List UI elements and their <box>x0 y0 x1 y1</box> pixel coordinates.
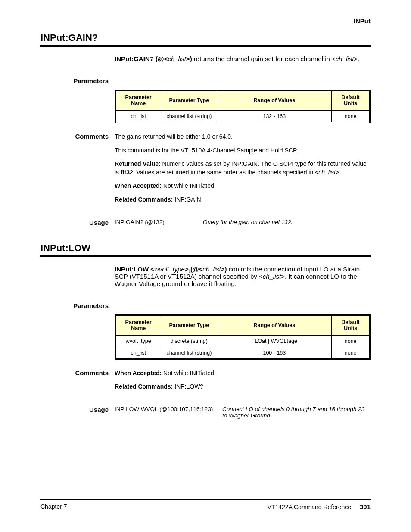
label-parameters: Parameters <box>40 77 115 84</box>
comment-line: Related Commands: INP:GAIN <box>115 196 371 204</box>
usage-code: INP:GAIN? (@132) <box>115 219 203 225</box>
comment-line: Returned Value: Numeric values as set by… <box>115 160 371 177</box>
footer-doc-title: VT1422A Command Reference <box>268 504 352 510</box>
usage-line: INP:GAIN? (@132) Query for the gain on c… <box>115 219 371 225</box>
footer-right: VT1422A Command Reference 301 <box>268 503 371 510</box>
comments-gain: The gains returned will be either 1.0 or… <box>115 133 371 209</box>
comment-line: The gains returned will be either 1.0 or… <box>115 133 371 141</box>
page-header-right: INPut <box>40 17 371 25</box>
comment-line: When Accepted: Not while INITiated. <box>115 369 371 378</box>
cell: none <box>332 110 370 123</box>
page-footer: Chapter 7 VT1422A Command Reference 301 <box>40 499 371 510</box>
cell: channel list (string) <box>161 110 217 123</box>
syntax-param: ch_list <box>168 55 186 62</box>
table-row: wvolt_type discrete (string) FLOat | WVO… <box>115 335 370 347</box>
table-row: ch_list channel list (string) 132 - 163 … <box>115 110 370 123</box>
col-header: Range of Values <box>217 315 332 335</box>
label-comments: Comments <box>40 369 115 396</box>
comment-line: Related Commands: INP:LOW? <box>115 383 371 391</box>
col-header: Range of Values <box>217 90 332 111</box>
comment-line: This command is for the VT1510A 4-Channe… <box>115 146 371 155</box>
page-number: 301 <box>360 503 371 510</box>
col-header: Default Units <box>332 315 370 335</box>
col-header: Parameter Type <box>161 315 217 335</box>
label-usage: Usage <box>40 406 115 421</box>
syntax-low: INPut:LOW <wvolt_type>,(@<ch_list>) cont… <box>115 265 371 287</box>
table-row: Parameter Name Parameter Type Range of V… <box>115 315 370 335</box>
syntax-text: >) <box>186 55 192 62</box>
parameters-table-gain: Parameter Name Parameter Type Range of V… <box>115 90 371 123</box>
table-row: Parameter Name Parameter Type Range of V… <box>115 90 370 111</box>
section-rule <box>40 255 371 257</box>
table-row: ch_list channel list (string) 100 - 163 … <box>115 347 370 359</box>
cell: discrete (string) <box>161 335 217 347</box>
cell: ch_list <box>115 347 161 359</box>
cell: wvolt_type <box>115 335 161 347</box>
usage-desc: Connect LO of channels 0 through 7 and 1… <box>222 406 371 419</box>
cell: ch_list <box>115 110 161 123</box>
section-rule <box>40 45 371 47</box>
label-usage: Usage <box>40 219 115 228</box>
section-title-gain: INPut:GAIN? <box>40 32 371 44</box>
cell: none <box>332 347 370 359</box>
syntax-gain: INPut:GAIN? (@<ch_list>) returns the cha… <box>115 55 371 62</box>
usage-desc: Query for the gain on channel 132. <box>203 219 293 225</box>
col-header: Parameter Type <box>161 90 217 111</box>
label-parameters: Parameters <box>40 302 115 309</box>
side-blank <box>40 55 115 62</box>
col-header: Default Units <box>332 90 370 111</box>
cell: none <box>332 335 370 347</box>
cell: 132 - 163 <box>217 110 332 123</box>
col-header: Parameter Name <box>115 315 161 335</box>
comment-line: When Accepted: Not while INITiated. <box>115 182 371 190</box>
label-comments: Comments <box>40 133 115 209</box>
cell: FLOat | WVOLtage <box>217 335 332 347</box>
footer-left: Chapter 7 <box>40 503 67 510</box>
usage-line: INP:LOW WVOL,(@100:107,116:123) Connect … <box>115 406 371 419</box>
usage-code: INP:LOW WVOL,(@100:107,116:123) <box>115 406 222 419</box>
cell: channel list (string) <box>161 347 217 359</box>
page: INPut INPut:GAIN? INPut:GAIN? (@<ch_list… <box>0 0 411 532</box>
parameters-table-low: Parameter Name Parameter Type Range of V… <box>115 314 371 360</box>
syntax-text: INPut:GAIN? (@< <box>115 55 168 62</box>
side-blank <box>40 265 115 287</box>
cell: 100 - 163 <box>217 347 332 359</box>
section-title-low: INPut:LOW <box>40 243 371 254</box>
comments-low: When Accepted: Not while INITiated. Rela… <box>115 369 371 396</box>
col-header: Parameter Name <box>115 90 161 111</box>
syntax-tail: returns the channel gain set for each ch… <box>194 55 359 62</box>
